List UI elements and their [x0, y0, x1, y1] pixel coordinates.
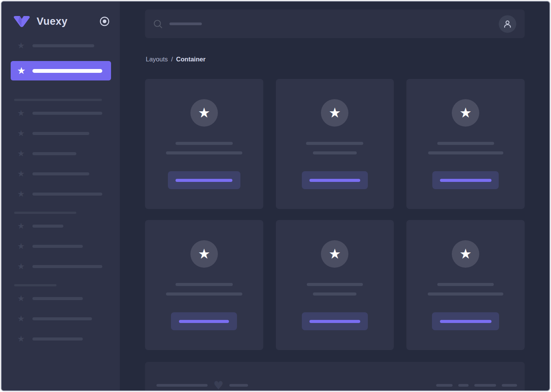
- footer-links-group: [436, 384, 517, 387]
- menu-label-placeholder: [32, 337, 83, 341]
- section-label-placeholder: [14, 99, 102, 101]
- footer-card: ♥: [145, 362, 525, 391]
- star-icon: ★: [16, 262, 26, 271]
- sidebar-item[interactable]: ★: [2, 314, 120, 324]
- star-icon: ★: [329, 247, 341, 261]
- card-avatar: ★: [190, 99, 218, 127]
- button-label-placeholder: [176, 179, 232, 182]
- footer-link-placeholder[interactable]: [474, 384, 496, 387]
- demo-card: ★: [276, 79, 394, 209]
- star-icon: ★: [16, 109, 26, 117]
- section-label-placeholder: [14, 284, 56, 286]
- card-grid: ★ ★ ★ ★ ★: [145, 79, 525, 350]
- star-icon: ★: [459, 106, 472, 120]
- sidebar-item[interactable]: ★: [2, 169, 120, 179]
- star-icon: ★: [16, 222, 26, 230]
- brand: Vuexy: [2, 2, 120, 27]
- card-subtitle-placeholder: [166, 292, 242, 296]
- search-bar[interactable]: [145, 10, 525, 38]
- footer-link-placeholder[interactable]: [502, 384, 517, 387]
- sidebar-item[interactable]: ★: [2, 41, 120, 51]
- search-placeholder: [169, 22, 202, 25]
- sidebar-item[interactable]: ★: [2, 221, 120, 231]
- breadcrumb: Layouts / Container: [146, 55, 549, 63]
- card-avatar: ★: [190, 240, 218, 268]
- card-subtitle-placeholder: [428, 292, 503, 296]
- menu-label-placeholder: [32, 112, 102, 115]
- card-title-placeholder: [306, 142, 363, 145]
- sidebar-item[interactable]: ★: [2, 262, 120, 272]
- card-title-placeholder: [437, 142, 494, 145]
- card-avatar: ★: [452, 240, 479, 268]
- menu-label-placeholder: [32, 297, 83, 300]
- card-button[interactable]: [171, 312, 237, 330]
- star-icon: ★: [16, 42, 26, 50]
- star-icon: ★: [198, 106, 210, 120]
- breadcrumb-current: Container: [176, 56, 206, 63]
- star-icon: ★: [329, 106, 341, 120]
- app-window: Vuexy ★ ★ ★ ★ ★ ★ ★ ★ ★: [1, 1, 550, 391]
- vuexy-logo-icon: [13, 15, 31, 27]
- card-title-placeholder: [176, 283, 233, 286]
- star-icon: ★: [16, 242, 26, 251]
- heart-icon: ♥: [213, 381, 224, 390]
- menu-label-placeholder: [32, 225, 63, 228]
- card-title-placeholder: [307, 283, 363, 286]
- menu-label-placeholder: [32, 132, 89, 135]
- card-button[interactable]: [432, 312, 499, 330]
- card-avatar: ★: [321, 240, 348, 268]
- breadcrumb-parent[interactable]: Layouts: [146, 56, 168, 63]
- star-icon: ★: [198, 247, 210, 261]
- card-subtitle-placeholder: [428, 151, 503, 154]
- menu-label-placeholder: [32, 245, 83, 248]
- footer-row: ♥: [156, 381, 517, 390]
- user-avatar-button[interactable]: [499, 15, 516, 33]
- star-icon: ★: [16, 129, 26, 138]
- card-button[interactable]: [302, 312, 368, 330]
- button-label-placeholder: [440, 179, 491, 182]
- menu-label-placeholder: [32, 172, 89, 175]
- menu-label-placeholder: [32, 44, 94, 47]
- star-icon: ★: [16, 335, 26, 343]
- demo-card: ★: [406, 79, 525, 209]
- sidebar-item[interactable]: ★: [2, 189, 120, 199]
- search-icon: [153, 19, 163, 29]
- card-subtitle-placeholder: [313, 292, 356, 296]
- footer-text-placeholder: [229, 384, 248, 387]
- sidebar-item[interactable]: ★: [2, 129, 120, 138]
- footer-text-placeholder: [156, 384, 208, 387]
- card-title-placeholder: [176, 142, 233, 145]
- demo-card: ★: [145, 79, 263, 209]
- sidebar-item-active[interactable]: ★: [11, 61, 111, 80]
- button-label-placeholder: [179, 320, 229, 323]
- demo-card: ★: [406, 220, 525, 350]
- brand-title: Vuexy: [37, 16, 68, 27]
- button-label-placeholder: [309, 320, 360, 323]
- star-icon: ★: [459, 247, 472, 261]
- card-button[interactable]: [432, 171, 499, 189]
- footer-link-placeholder[interactable]: [458, 384, 469, 387]
- star-icon: ★: [16, 149, 26, 158]
- card-button[interactable]: [302, 171, 368, 189]
- sidebar-item[interactable]: ★: [2, 334, 120, 344]
- button-label-placeholder: [309, 179, 360, 182]
- card-button[interactable]: [168, 171, 240, 189]
- star-icon: ★: [16, 170, 26, 178]
- sidebar-item[interactable]: ★: [2, 241, 120, 251]
- menu-pin-toggle-icon[interactable]: [99, 16, 110, 27]
- star-icon: ★: [16, 66, 26, 76]
- menu-label-placeholder: [32, 152, 76, 155]
- star-icon: ★: [16, 190, 26, 198]
- footer-left-group: ♥: [156, 381, 248, 390]
- footer-link-placeholder[interactable]: [436, 384, 453, 387]
- demo-card: ★: [276, 220, 394, 350]
- sidebar-item[interactable]: ★: [2, 108, 120, 118]
- sidebar-item[interactable]: ★: [2, 294, 120, 304]
- star-icon: ★: [16, 294, 26, 303]
- card-subtitle-placeholder: [166, 151, 242, 154]
- sidebar-item[interactable]: ★: [2, 149, 120, 159]
- menu-label-placeholder: [32, 317, 92, 320]
- breadcrumb-separator: /: [171, 56, 173, 63]
- menu-label-placeholder: [32, 69, 102, 73]
- sidebar: Vuexy ★ ★ ★ ★ ★ ★ ★ ★ ★: [2, 2, 120, 390]
